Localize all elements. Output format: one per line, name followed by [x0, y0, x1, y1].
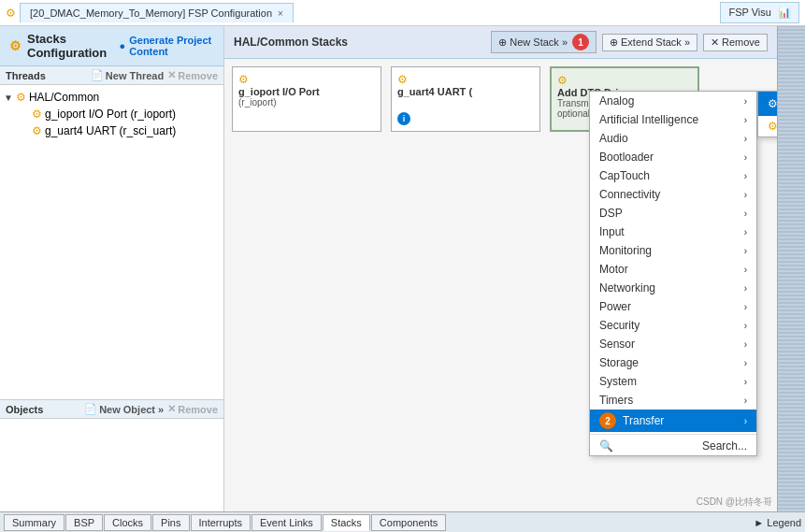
- extend-stack-button[interactable]: ⊕ Extend Stack »: [602, 34, 697, 51]
- dropdown-item-input[interactable]: Input›: [590, 223, 756, 241]
- card-icon-dtc: ⚙: [557, 74, 692, 87]
- stacks-area: ⚙ g_ioport I/O Port (r_ioport) ⚙ g_uart4…: [224, 59, 777, 511]
- objects-content: [0, 419, 223, 511]
- dropdown-item-system[interactable]: System›: [590, 372, 756, 391]
- dropdown-item-networking[interactable]: Networking›: [590, 279, 756, 297]
- threads-section: Threads 📄 New Thread ✕ Remove ▼ ⚙ HA: [0, 66, 223, 399]
- tab-interrupts[interactable]: Interrupts: [191, 514, 251, 531]
- info-badge-uart: i: [397, 112, 410, 125]
- hal-actions: ⊕ New Stack » 1 ⊕ Extend Stack » ✕ Remov…: [491, 31, 768, 53]
- stacks-config-header: ⚙ Stacks Configuration ● Generate Projec…: [0, 26, 223, 66]
- close-tab-button[interactable]: ×: [278, 8, 283, 19]
- objects-actions: 📄 New Object » ✕ Remove: [84, 403, 218, 415]
- tree-item-hal-common[interactable]: ▼ ⚙ HAL/Common: [4, 89, 220, 106]
- dropdown-item-audio[interactable]: Audio›: [590, 129, 756, 148]
- threads-label: Threads: [6, 70, 46, 81]
- remove-thread-icon: ✕: [167, 69, 176, 81]
- dropdown-item-motor[interactable]: Motor›: [590, 260, 756, 279]
- new-object-button[interactable]: 📄 New Object »: [84, 403, 164, 415]
- rdmac-icon: ⚙: [768, 97, 777, 110]
- gear-icon: ⚙: [6, 7, 16, 20]
- tab-stacks[interactable]: Stacks: [323, 514, 370, 531]
- tab-pins[interactable]: Pins: [152, 514, 189, 531]
- tab-components[interactable]: Components: [371, 514, 446, 531]
- new-stack-button[interactable]: ⊕ New Stack » 1: [491, 31, 597, 53]
- config-gear-icon: ⚙: [9, 38, 22, 53]
- remove-object-icon: ✕: [167, 403, 176, 415]
- search-icon: 🔍: [599, 439, 613, 453]
- rdtc-icon: ⚙: [768, 120, 777, 133]
- dropdown-item-security[interactable]: Security›: [590, 316, 756, 335]
- dropdown-separator: [590, 434, 756, 435]
- extend-stack-icon: ⊕: [610, 36, 618, 49]
- right-sidebar-content: [778, 26, 805, 511]
- tab-summary[interactable]: Summary: [4, 514, 65, 531]
- dropdown-item-transfer[interactable]: 2 Transfer ›: [590, 410, 756, 432]
- remove-stack-icon: ✕: [711, 36, 719, 49]
- remove-object-button[interactable]: ✕ Remove: [167, 403, 218, 415]
- tab-event-links[interactable]: Event Links: [252, 514, 322, 531]
- dropdown-item-dsp[interactable]: DSP›: [590, 204, 756, 223]
- generate-project-content-link[interactable]: ● Generate Project Content: [120, 35, 214, 57]
- badge-2: 2: [599, 412, 616, 429]
- submenu-item-rdtc[interactable]: ⚙ Transfer (r_dtc): [758, 116, 777, 137]
- fsp-visu-tab[interactable]: FSP Visu 📊: [720, 2, 799, 23]
- hal-title: HAL/Common Stacks: [234, 36, 348, 49]
- tab-label: [20_DMAC_Memory_To_Memory] FSP Configura…: [30, 7, 272, 19]
- dropdown-item-bootloader[interactable]: Bootloader›: [590, 148, 756, 166]
- objects-label: Objects: [6, 404, 43, 415]
- dropdown-item-analog[interactable]: Analog›: [590, 92, 756, 110]
- card-icon-ioport: ⚙: [238, 73, 375, 86]
- threads-tree: ▼ ⚙ HAL/Common ⚙ g_ioport I/O Port (r_io…: [0, 85, 223, 399]
- stacks-config-title: Stacks Configuration: [27, 32, 114, 60]
- dropdown-item-ai[interactable]: Artificial Intelligence›: [590, 110, 756, 129]
- transfer-submenu[interactable]: ⚙ 3 Transfer (r_dmac) ⚙ Transfer (r_dtc): [757, 91, 777, 137]
- new-thread-button[interactable]: 📄 New Thread: [91, 69, 164, 81]
- new-object-icon: 📄: [84, 403, 97, 415]
- dropdown-item-search[interactable]: 🔍 Search...: [590, 437, 756, 455]
- expand-icon: ▼: [4, 93, 13, 103]
- stack-card-uart4[interactable]: ⚙ g_uart4 UART ( i: [391, 66, 540, 132]
- ioport-icon: ⚙: [32, 108, 42, 121]
- objects-section: Objects 📄 New Object » ✕ Remove: [0, 399, 223, 511]
- threads-header: Threads 📄 New Thread ✕ Remove: [0, 66, 223, 85]
- objects-header: Objects 📄 New Object » ✕ Remove: [0, 400, 223, 419]
- card-title-ioport: g_ioport I/O Port: [238, 86, 375, 97]
- main-tab[interactable]: [20_DMAC_Memory_To_Memory] FSP Configura…: [20, 3, 294, 22]
- card-icon-uart: ⚙: [397, 73, 534, 86]
- main-container: ⚙ Stacks Configuration ● Generate Projec…: [0, 26, 805, 511]
- card-title-uart: g_uart4 UART (: [397, 86, 534, 97]
- new-thread-icon: 📄: [91, 69, 104, 81]
- remove-thread-button[interactable]: ✕ Remove: [167, 69, 218, 81]
- dropdown-item-sensor[interactable]: Sensor›: [590, 335, 756, 353]
- badge-1: 1: [572, 34, 589, 50]
- left-panel: ⚙ Stacks Configuration ● Generate Projec…: [0, 26, 224, 511]
- remove-stack-button[interactable]: ✕ Remove: [703, 34, 768, 51]
- dropdown-item-captouch[interactable]: CapTouch›: [590, 166, 756, 185]
- dropdown-item-power[interactable]: Power›: [590, 297, 756, 316]
- dropdown-item-connectivity[interactable]: Connectivity›: [590, 185, 756, 204]
- stack-card-ioport[interactable]: ⚙ g_ioport I/O Port (r_ioport): [232, 66, 381, 132]
- uart-icon: ⚙: [32, 124, 42, 137]
- card-subtitle-ioport: (r_ioport): [238, 97, 375, 108]
- threads-actions: 📄 New Thread ✕ Remove: [91, 69, 218, 81]
- submenu-item-rdmac[interactable]: ⚙ 3 Transfer (r_dmac): [758, 92, 777, 116]
- title-bar: ⚙ [20_DMAC_Memory_To_Memory] FSP Configu…: [0, 0, 805, 26]
- legend-button[interactable]: ► Legend: [754, 517, 801, 528]
- right-panel: HAL/Common Stacks ⊕ New Stack » 1 ⊕ Exte…: [224, 26, 777, 511]
- hal-folder-icon: ⚙: [16, 91, 26, 104]
- tree-item-ioport[interactable]: ⚙ g_ioport I/O Port (r_ioport): [4, 106, 220, 122]
- new-stack-icon: ⊕: [498, 36, 507, 49]
- hal-header: HAL/Common Stacks ⊕ New Stack » 1 ⊕ Exte…: [224, 26, 777, 59]
- dropdown-item-monitoring[interactable]: Monitoring›: [590, 241, 756, 260]
- new-stack-dropdown[interactable]: Analog› Artificial Intelligence› Audio› …: [589, 91, 757, 456]
- dropdown-item-timers[interactable]: Timers›: [590, 391, 756, 410]
- generate-icon: ●: [120, 40, 126, 51]
- right-sidebar: [777, 26, 805, 511]
- dropdown-item-storage[interactable]: Storage›: [590, 353, 756, 372]
- tree-item-uart4[interactable]: ⚙ g_uart4 UART (r_sci_uart): [4, 122, 220, 139]
- tab-clocks[interactable]: Clocks: [104, 514, 151, 531]
- bottom-tabs: Summary BSP Clocks Pins Interrupts Event…: [0, 511, 805, 532]
- tab-bsp[interactable]: BSP: [65, 514, 103, 531]
